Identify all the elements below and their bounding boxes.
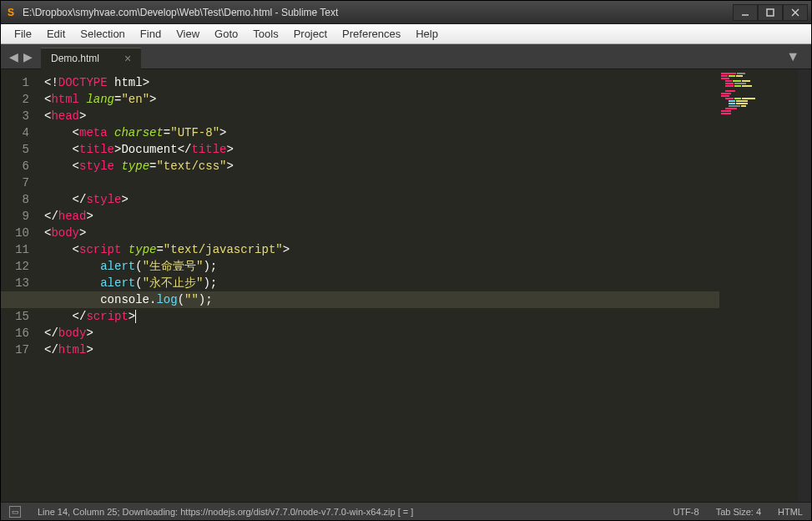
minimize-button[interactable]	[733, 4, 758, 21]
app-window: S E:\Dropbox\smyhvae.com\Develop\Web\Tes…	[0, 0, 812, 521]
line-number: 12	[1, 258, 41, 275]
code-line: </head>	[44, 208, 811, 225]
minimize-icon	[740, 8, 750, 18]
statusbar: ▭ Line 14, Column 25; Downloading: https…	[1, 502, 811, 520]
menu-preferences[interactable]: Preferences	[335, 26, 407, 42]
close-button[interactable]	[783, 4, 808, 21]
maximize-button[interactable]	[758, 4, 783, 21]
menu-selection[interactable]: Selection	[73, 26, 131, 42]
nav-back-icon[interactable]: ◀	[9, 50, 18, 63]
status-position[interactable]: Line 14, Column 25; Downloading: https:/…	[38, 507, 656, 517]
code-line: <script type="text/javascript">	[44, 241, 811, 258]
line-number: 3	[1, 108, 41, 124]
line-number: 4	[1, 124, 41, 141]
gutter: 1 2 3 4 5 6 7 8 9 10 11 12 13 14 15 16 1…	[1, 69, 41, 502]
close-icon	[790, 8, 800, 18]
line-number: 7	[1, 175, 41, 191]
line-number: 6	[1, 158, 41, 175]
menu-edit[interactable]: Edit	[40, 26, 72, 42]
menu-view[interactable]: View	[169, 26, 206, 42]
tab-demo[interactable]: Demo.html ×	[41, 48, 141, 69]
code-line: </script>	[44, 308, 811, 325]
line-number: 15	[1, 308, 41, 325]
code-line: <head>	[44, 108, 811, 124]
menu-file[interactable]: File	[8, 26, 38, 42]
code-content[interactable]: <!DOCTYPE html> <html lang="en"> <head> …	[41, 69, 811, 502]
window-title: E:\Dropbox\smyhvae.com\Develop\Web\Test\…	[23, 7, 733, 18]
line-number: 17	[1, 341, 41, 358]
line-number: 13	[1, 275, 41, 291]
code-line: alert("永不止步");	[44, 275, 811, 291]
code-line: console.log("");	[44, 291, 811, 308]
minimap[interactable]	[721, 73, 796, 502]
tab-dropdown-icon[interactable]: ▼	[786, 49, 811, 64]
code-line: </body>	[44, 325, 811, 341]
status-syntax[interactable]: HTML	[778, 507, 803, 517]
menu-help[interactable]: Help	[409, 26, 445, 42]
menu-find[interactable]: Find	[134, 26, 168, 42]
code-line: <html lang="en">	[44, 91, 811, 108]
line-number: 1	[1, 74, 41, 91]
menu-project[interactable]: Project	[287, 26, 334, 42]
code-line: <title>Document</title>	[44, 141, 811, 158]
nav-arrows: ◀ ▶	[1, 50, 41, 63]
line-number: 2	[1, 91, 41, 108]
tab-label: Demo.html	[51, 53, 99, 64]
maximize-icon	[765, 8, 775, 18]
code-line: </html>	[44, 341, 811, 358]
line-number: 9	[1, 208, 41, 225]
nav-forward-icon[interactable]: ▶	[23, 50, 33, 63]
code-line	[44, 175, 811, 191]
line-number: 11	[1, 241, 41, 258]
code-line: <meta charset="UTF-8">	[44, 124, 811, 141]
svg-rect-1	[767, 9, 774, 16]
text-cursor	[135, 310, 136, 323]
line-number: 8	[1, 191, 41, 208]
line-number: 10	[1, 225, 41, 241]
titlebar: S E:\Dropbox\smyhvae.com\Develop\Web\Tes…	[1, 1, 811, 24]
status-encoding[interactable]: UTF-8	[673, 507, 699, 517]
tab-close-icon[interactable]: ×	[124, 52, 131, 65]
vertical-scrollbar[interactable]	[798, 69, 811, 502]
editor[interactable]: 1 2 3 4 5 6 7 8 9 10 11 12 13 14 15 16 1…	[1, 69, 811, 502]
line-number: 5	[1, 141, 41, 158]
code-line: <!DOCTYPE html>	[44, 74, 811, 91]
code-line: alert("生命壹号");	[44, 258, 811, 275]
code-line: <body>	[44, 225, 811, 241]
code-line: </style>	[44, 191, 811, 208]
status-tabsize[interactable]: Tab Size: 4	[716, 507, 761, 517]
sublime-icon: S	[4, 6, 18, 19]
menu-tools[interactable]: Tools	[246, 26, 285, 42]
menu-goto[interactable]: Goto	[208, 26, 245, 42]
line-number: 16	[1, 325, 41, 341]
window-controls	[733, 4, 808, 21]
menubar: File Edit Selection Find View Goto Tools…	[1, 24, 811, 44]
panel-switch-icon[interactable]: ▭	[9, 506, 21, 518]
code-line: <style type="text/css">	[44, 158, 811, 175]
tabbar: ◀ ▶ Demo.html × ▼	[1, 44, 811, 69]
